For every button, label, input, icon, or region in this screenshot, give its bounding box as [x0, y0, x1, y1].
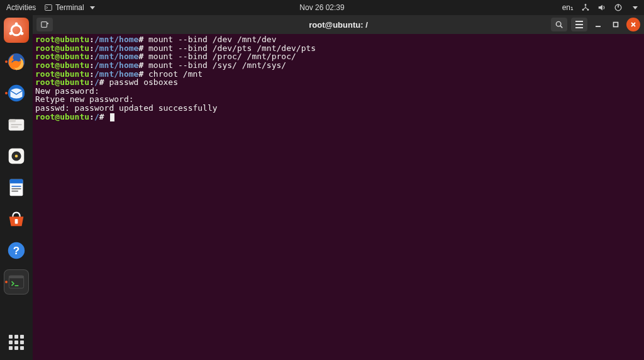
svg-rect-20	[10, 179, 23, 184]
search-button[interactable]	[551, 18, 567, 31]
dock-app-rhythmbox[interactable]	[4, 143, 29, 169]
svg-rect-30	[42, 22, 47, 28]
svg-rect-22	[11, 188, 21, 189]
svg-rect-24	[15, 219, 18, 224]
minimize-button[interactable]	[591, 18, 605, 31]
svg-rect-36	[614, 23, 618, 27]
svg-point-7	[15, 22, 18, 25]
svg-rect-14	[11, 124, 22, 125]
system-menu-chevron-icon[interactable]	[633, 3, 638, 12]
terminal-window: root@ubuntu: / root@ubuntu:/mnt/	[33, 15, 644, 360]
app-menu-label: Terminal	[55, 3, 84, 12]
terminal-icon	[45, 4, 52, 11]
svg-rect-13	[9, 120, 16, 123]
svg-point-18	[15, 155, 18, 158]
svg-point-8	[9, 32, 13, 35]
activities-button[interactable]: Activities	[6, 3, 36, 12]
dock-app-ubuntu[interactable]	[4, 18, 29, 43]
dock-app-terminal[interactable]	[4, 269, 29, 295]
maximize-button[interactable]	[609, 18, 623, 31]
dock-app-thunderbird[interactable]	[4, 81, 29, 106]
chevron-down-icon	[90, 3, 95, 12]
dock-app-files[interactable]	[4, 112, 29, 137]
window-title: root@ubuntu: /	[309, 20, 368, 30]
hamburger-icon	[575, 21, 583, 28]
new-tab-button[interactable]	[36, 18, 53, 31]
gnome-top-bar: Activities Terminal Nov 26 02:39 en₁	[0, 0, 644, 15]
svg-point-9	[20, 32, 23, 35]
svg-point-1	[585, 4, 587, 6]
svg-point-33	[556, 21, 561, 26]
power-icon[interactable]	[614, 3, 623, 12]
terminal-titlebar: root@ubuntu: /	[33, 15, 644, 34]
network-icon[interactable]	[581, 3, 590, 12]
close-button[interactable]	[626, 18, 640, 31]
menu-button[interactable]	[571, 18, 587, 31]
dock-app-firefox[interactable]	[4, 49, 29, 74]
svg-text:?: ?	[13, 245, 19, 257]
clock[interactable]: Nov 26 02:39	[299, 3, 344, 12]
svg-rect-28	[9, 276, 23, 278]
desktop-area: root@ubuntu: / root@ubuntu:/mnt/	[33, 15, 644, 360]
svg-rect-0	[45, 5, 52, 11]
svg-rect-23	[11, 191, 18, 192]
dock-app-software[interactable]	[4, 206, 29, 232]
ubuntu-dock: ?	[0, 15, 33, 360]
volume-icon[interactable]	[597, 3, 606, 12]
dock-app-help[interactable]: ?	[4, 238, 29, 263]
app-menu[interactable]: Terminal	[45, 3, 94, 12]
svg-point-6	[11, 25, 21, 35]
svg-line-34	[560, 26, 562, 28]
show-applications-button[interactable]	[4, 330, 29, 355]
terminal-output[interactable]: root@ubuntu:/mnt/home# mount --bind /dev…	[33, 34, 644, 360]
svg-rect-21	[11, 186, 21, 187]
apps-grid-icon	[9, 335, 24, 350]
svg-rect-15	[11, 127, 18, 128]
dock-app-writer[interactable]	[4, 175, 29, 200]
input-source-indicator[interactable]: en₁	[562, 3, 574, 12]
